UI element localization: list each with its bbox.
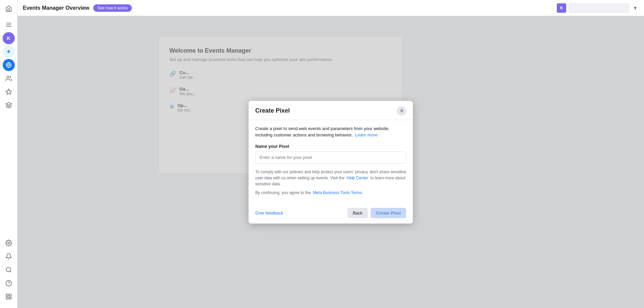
create-pixel-button[interactable]: Create Pixel [371,208,406,218]
header-avatar[interactable]: K [557,3,566,13]
svg-marker-6 [6,89,11,95]
sidebar-item-home[interactable] [3,3,15,15]
sidebar-item-people[interactable] [3,72,15,84]
modal-description: Create a pixel to send web events and pa… [255,125,406,138]
modal-footer: Give feedback Back Create Pixel [249,204,413,224]
modal-body: Create a pixel to send web events and pa… [249,120,413,204]
content-area: Welcome to Events Manager Set up and man… [17,16,644,308]
sidebar-avatar[interactable]: K [3,32,15,44]
sidebar-item-menu[interactable] [3,19,15,31]
modal-agree-text: By continuing, you agree to the Meta Bus… [255,190,406,196]
modal-overlay: Create Pixel ✕ Create a pixel to send we… [17,16,644,308]
agree-text-before: By continuing, you agree to the [255,190,311,195]
svg-line-9 [10,271,11,272]
header-search-bar [569,3,629,13]
page-title: Events Manager Overview [23,5,89,11]
pixel-name-input[interactable] [255,151,406,164]
svg-rect-12 [6,294,8,296]
create-pixel-modal: Create Pixel ✕ Create a pixel to send we… [249,101,413,224]
header-dropdown-icon[interactable]: ▾ [632,5,639,11]
sidebar-item-settings[interactable] [3,237,15,249]
sidebar-item-grid[interactable] [3,291,15,303]
sidebar-add-button[interactable]: + [3,46,15,58]
svg-rect-14 [6,297,8,299]
give-feedback-link[interactable]: Give feedback [255,210,283,215]
see-how-button[interactable]: See how it works [93,4,132,12]
terms-link[interactable]: Meta Business Tools Terms. [313,190,363,195]
top-header: Events Manager Overview See how it works… [17,0,644,16]
sidebar-item-star[interactable] [3,86,15,98]
back-button[interactable]: Back [347,208,368,218]
sidebar: K + [0,0,17,308]
svg-rect-15 [9,297,11,299]
main-content: Events Manager Overview See how it works… [17,0,644,308]
svg-point-5 [7,76,9,78]
modal-policy-text: To comply with our policies and help pro… [255,169,406,187]
svg-point-8 [6,267,10,272]
svg-rect-13 [9,294,11,296]
modal-close-button[interactable]: ✕ [397,106,406,116]
sidebar-item-bell[interactable] [3,250,15,262]
modal-title: Create Pixel [255,107,290,114]
modal-footer-buttons: Back Create Pixel [347,208,406,218]
modal-header: Create Pixel ✕ [249,101,413,120]
pixel-name-label: Name your Pixel [255,144,406,149]
sidebar-item-search[interactable] [3,264,15,276]
help-center-link[interactable]: Help Center [347,176,368,180]
sidebar-item-globe[interactable] [3,59,15,71]
header-right: K ▾ [557,3,639,13]
sidebar-item-diamond[interactable] [3,99,15,111]
sidebar-item-help[interactable] [3,277,15,289]
svg-point-7 [8,242,9,244]
learn-more-link[interactable]: Learn more [355,132,377,137]
